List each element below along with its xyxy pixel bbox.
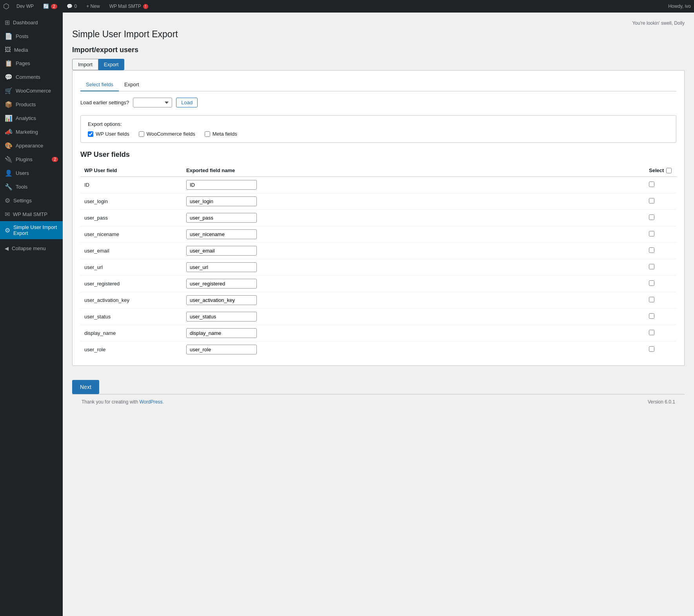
table-row: display_name [80, 325, 676, 342]
smtp-menu[interactable]: WP Mail SMTP ! [107, 0, 151, 13]
export-name-input[interactable] [186, 180, 257, 190]
sidebar-item-users[interactable]: 👤 Users [0, 166, 63, 180]
export-name-cell [182, 193, 645, 210]
sidebar-item-dashboard[interactable]: ⊞ Dashboard [0, 16, 63, 29]
sidebar-item-analytics[interactable]: 📊 Analytics [0, 111, 63, 125]
col-header-field: WP User field [80, 164, 182, 177]
sidebar-item-plugins[interactable]: 🔌 Plugins 2 [0, 153, 63, 166]
row-select-checkbox[interactable] [649, 247, 654, 253]
export-name-input[interactable] [186, 279, 257, 289]
select-cell [645, 342, 676, 358]
pages-icon: 📋 [5, 60, 13, 67]
collapse-icon: ◀ [5, 245, 9, 251]
wordpress-link[interactable]: WordPress. [139, 399, 164, 405]
row-select-checkbox[interactable] [649, 330, 654, 335]
export-name-cell [182, 292, 645, 309]
export-name-cell [182, 342, 645, 358]
wp-user-fields-checkbox[interactable] [88, 131, 93, 137]
export-name-input[interactable] [186, 229, 257, 239]
export-options-box: Export options: WP User fields WooCommer… [80, 115, 676, 143]
select-cell [645, 292, 676, 309]
row-select-checkbox[interactable] [649, 198, 654, 204]
select-all-checkbox[interactable] [666, 168, 672, 173]
wp-user-fields-title: WP User fields [80, 151, 676, 159]
sidebar-item-woocommerce[interactable]: 🛒 WooCommerce [0, 84, 63, 98]
export-name-cell [182, 309, 645, 325]
sidebar-item-tools[interactable]: 🔧 Tools [0, 180, 63, 194]
table-row: ID [80, 177, 676, 193]
row-select-checkbox[interactable] [649, 346, 654, 352]
updates-icon[interactable]: 🔄 2 [41, 0, 60, 13]
meta-fields-checkbox[interactable] [205, 131, 210, 137]
wp-user-fields-checkbox-label[interactable]: WP User fields [88, 131, 129, 137]
export-name-cell [182, 210, 645, 226]
footer: Thank you for creating with WordPress. V… [72, 394, 685, 409]
new-content-button[interactable]: + New [84, 0, 102, 13]
header-meta: You're lookin' swell, Dolly [72, 20, 685, 26]
row-select-checkbox[interactable] [649, 280, 654, 286]
export-name-input[interactable] [186, 312, 257, 322]
main-card: Select fields Export Load earlier settin… [72, 70, 685, 366]
analytics-icon: 📊 [5, 114, 13, 122]
woocommerce-fields-checkbox[interactable] [139, 131, 144, 137]
field-name-cell: display_name [80, 325, 182, 342]
load-settings-label: Load earlier settings? [80, 100, 129, 105]
wp-logo[interactable]: ⬡ [3, 2, 9, 11]
export-name-input[interactable] [186, 328, 257, 338]
field-name-cell: user_nicename [80, 226, 182, 243]
export-name-input[interactable] [186, 295, 257, 305]
sidebar-item-marketing[interactable]: 📣 Marketing [0, 125, 63, 139]
sidebar-item-appearance[interactable]: 🎨 Appearance [0, 139, 63, 153]
field-name-cell: user_pass [80, 210, 182, 226]
export-name-input[interactable] [186, 246, 257, 256]
next-button[interactable]: Next [72, 380, 99, 394]
field-name-cell: user_registered [80, 276, 182, 292]
page-title: Simple User Import Export [72, 29, 685, 40]
version-text: Version 6.0.1 [648, 399, 675, 405]
import-tab[interactable]: Import [72, 59, 98, 70]
select-cell [645, 210, 676, 226]
tab-select-fields[interactable]: Select fields [80, 78, 119, 91]
sidebar-item-settings[interactable]: ⚙ Settings [0, 194, 63, 207]
collapse-menu-button[interactable]: ◀ Collapse menu [0, 242, 63, 254]
field-name-cell: user_activation_key [80, 292, 182, 309]
row-select-checkbox[interactable] [649, 182, 654, 187]
woocommerce-fields-checkbox-label[interactable]: WooCommerce fields [139, 131, 195, 137]
col-header-select: Select [645, 164, 676, 177]
sidebar-item-products[interactable]: 📦 Products [0, 98, 63, 111]
sidebar-item-posts[interactable]: 📄 Posts [0, 29, 63, 43]
table-row: user_role [80, 342, 676, 358]
sidebar-item-pages[interactable]: 📋 Pages [0, 56, 63, 70]
row-select-checkbox[interactable] [649, 231, 654, 236]
row-select-checkbox[interactable] [649, 313, 654, 319]
tools-icon: 🔧 [5, 183, 13, 191]
row-select-checkbox[interactable] [649, 264, 654, 269]
media-icon: 🖼 [5, 46, 11, 53]
tab-export[interactable]: Export [119, 78, 145, 91]
export-tab[interactable]: Export [98, 59, 125, 70]
footer-text: Thank you for creating with WordPress. [82, 399, 164, 405]
sidebar-item-smtp[interactable]: ✉ WP Mail SMTP [0, 207, 63, 221]
sidebar-item-media[interactable]: 🖼 Media [0, 43, 63, 56]
load-settings-select[interactable] [133, 98, 172, 107]
table-row: user_nicename [80, 226, 676, 243]
export-name-input[interactable] [186, 196, 257, 206]
table-row: user_pass [80, 210, 676, 226]
comments-icon[interactable]: 💬 0 [64, 0, 80, 13]
sidebar-item-simple-import-export[interactable]: ⚙ Simple User Import Export [0, 221, 63, 239]
row-select-checkbox[interactable] [649, 214, 654, 220]
sidebar-item-comments[interactable]: 💬 Comments [0, 70, 63, 84]
export-name-cell [182, 226, 645, 243]
export-options-checks: WP User fields WooCommerce fields Meta f… [88, 131, 669, 137]
load-button[interactable]: Load [176, 98, 198, 107]
export-name-input[interactable] [186, 345, 257, 354]
export-name-cell [182, 325, 645, 342]
row-select-checkbox[interactable] [649, 297, 654, 302]
export-name-input[interactable] [186, 213, 257, 223]
inner-tabs: Select fields Export [80, 78, 676, 91]
export-name-input[interactable] [186, 262, 257, 272]
site-name[interactable]: Dev WP [14, 0, 36, 13]
marketing-icon: 📣 [5, 128, 13, 136]
meta-fields-checkbox-label[interactable]: Meta fields [205, 131, 237, 137]
select-cell [645, 276, 676, 292]
